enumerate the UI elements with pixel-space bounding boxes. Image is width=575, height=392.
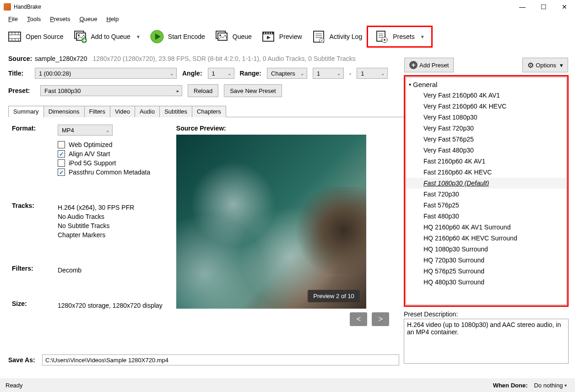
queue-add-icon xyxy=(73,29,87,44)
chevron-down-icon: ▼ xyxy=(136,34,141,39)
presets-group-general[interactable]: ▾ General xyxy=(406,79,566,90)
tab-summary[interactable]: Summary xyxy=(8,106,44,117)
window-controls: — ☐ ✕ xyxy=(512,0,575,14)
svg-rect-0 xyxy=(9,32,21,41)
start-encode-button[interactable]: Start Encode xyxy=(145,27,210,47)
open-source-button[interactable]: Open Source xyxy=(3,27,68,47)
title-label: Title: xyxy=(8,70,29,77)
preset-item[interactable]: Very Fast 480p30 xyxy=(406,145,566,156)
add-to-queue-button[interactable]: Add to Queue ▼ xyxy=(68,27,145,47)
tab-filters[interactable]: Filters xyxy=(84,106,110,117)
size-value: 1280x720 storage, 1280x720 display xyxy=(58,302,163,309)
add-preset-button[interactable]: + Add Preset xyxy=(404,58,454,72)
preset-select[interactable]: Fast 1080p30▸ xyxy=(40,85,182,96)
presets-panel: + Add Preset ⚙ Options ▾ ▾ General Very … xyxy=(404,58,569,365)
when-done-label: When Done: xyxy=(493,382,528,389)
svg-rect-16 xyxy=(218,33,227,40)
size-label: Size: xyxy=(12,300,58,307)
queue-icon xyxy=(214,29,229,44)
save-new-preset-button[interactable]: Save New Preset xyxy=(224,84,282,97)
close-button[interactable]: ✕ xyxy=(554,0,575,14)
chevron-down-icon: ▼ xyxy=(420,34,425,39)
minimize-button[interactable]: — xyxy=(512,0,533,14)
tab-chapters[interactable]: Chapters xyxy=(192,106,226,117)
menu-tools[interactable]: Tools xyxy=(22,15,45,23)
angle-select[interactable]: 1⌄ xyxy=(208,68,234,79)
tracks-list: H.264 (x264), 30 FPS PFRNo Audio TracksN… xyxy=(58,202,163,240)
preset-options-button[interactable]: ⚙ Options ▾ xyxy=(522,58,568,72)
tracks-label: Tracks: xyxy=(12,202,58,209)
tab-audio[interactable]: Audio xyxy=(135,106,160,117)
presets-list[interactable]: ▾ General Very Fast 2160p60 4K AV1Very F… xyxy=(406,77,567,305)
range-to-select[interactable]: 1⌄ xyxy=(357,68,388,79)
svg-rect-22 xyxy=(269,33,270,34)
app-title: HandBrake xyxy=(14,4,41,10)
activity-log-button[interactable]: i Activity Log xyxy=(307,27,367,47)
track-info: No Subtitle Tracks xyxy=(58,222,163,229)
preview-button[interactable]: Preview xyxy=(256,27,307,47)
preset-item[interactable]: HQ 2160p60 4K HEVC Surround xyxy=(406,233,566,244)
preset-item[interactable]: Very Fast 576p25 xyxy=(406,134,566,145)
title-bar: HandBrake — ☐ ✕ xyxy=(0,0,575,14)
chevron-down-icon: ▾ xyxy=(560,62,563,69)
preset-item[interactable]: Fast 480p30 xyxy=(406,211,566,222)
chevron-right-icon: ▸ xyxy=(177,88,179,93)
menu-file[interactable]: File xyxy=(4,15,22,23)
preset-item[interactable]: Very Fast 2160p60 4K HEVC xyxy=(406,101,566,112)
menu-queue[interactable]: Queue xyxy=(75,15,102,23)
range-separator: - xyxy=(349,70,351,77)
plus-icon: + xyxy=(409,61,418,69)
preview-prev-button[interactable]: < xyxy=(350,312,367,326)
web-optimized-checkbox[interactable]: Web Optimized xyxy=(58,141,163,148)
menu-help[interactable]: Help xyxy=(102,15,123,23)
triangle-down-icon: ▾ xyxy=(409,82,411,87)
range-type-select[interactable]: Chapters⌄ xyxy=(267,68,307,79)
range-from-select[interactable]: 1⌄ xyxy=(313,68,344,79)
when-done-select[interactable]: Do nothing ▾ xyxy=(530,380,570,391)
svg-point-36 xyxy=(384,39,385,41)
preset-item[interactable]: HQ 1080p30 Surround xyxy=(406,244,566,255)
preset-description-label: Preset Description: xyxy=(404,310,569,318)
preset-item[interactable]: HQ 720p30 Surround xyxy=(406,255,566,266)
track-info: Chapter Markers xyxy=(58,231,163,239)
reload-button[interactable]: Reload xyxy=(188,84,218,97)
svg-rect-23 xyxy=(271,33,272,34)
preset-item[interactable]: HQ 480p30 Surround xyxy=(406,277,566,288)
preview-badge: Preview 2 of 10 xyxy=(308,290,360,302)
svg-rect-20 xyxy=(264,33,265,34)
filters-value: Decomb xyxy=(58,267,163,274)
menu-presets[interactable]: Presets xyxy=(45,15,75,23)
title-select[interactable]: 1 (00:00:28)⌄ xyxy=(35,68,177,79)
preset-item[interactable]: HQ 576p25 Surround xyxy=(406,266,566,277)
save-as-input[interactable] xyxy=(42,354,399,365)
tab-subtitles[interactable]: Subtitles xyxy=(159,106,192,117)
presets-icon xyxy=(374,29,389,44)
tab-dimensions[interactable]: Dimensions xyxy=(43,106,85,117)
preset-item[interactable]: Fast 2160p60 4K AV1 xyxy=(406,156,566,167)
save-as-label: Save As: xyxy=(8,356,38,364)
format-select[interactable]: MP4⌄ xyxy=(58,125,113,136)
maximize-button[interactable]: ☐ xyxy=(533,0,554,14)
svg-point-11 xyxy=(78,34,80,36)
preview-next-button[interactable]: > xyxy=(372,312,389,326)
preview-icon xyxy=(261,29,276,44)
preset-item[interactable]: Fast 720p30 xyxy=(406,189,566,200)
tab-video[interactable]: Video xyxy=(110,106,135,117)
passthru-checkbox[interactable]: Passthru Common Metadata xyxy=(58,169,163,176)
source-value: sample_1280x720 xyxy=(35,55,87,62)
preset-item[interactable]: Very Fast 2160p60 4K AV1 xyxy=(406,90,566,101)
preset-item[interactable]: Fast 1080p30 (Default) xyxy=(406,178,566,189)
toolbar: Open Source Add to Queue ▼ Start Encode … xyxy=(0,24,575,49)
presets-toolbar-highlight: Presets ▼ xyxy=(367,26,432,48)
preset-item[interactable]: Very Fast 1080p30 xyxy=(406,112,566,123)
preset-item[interactable]: Very Fast 720p30 xyxy=(406,123,566,134)
align-av-checkbox[interactable]: Align A/V Start xyxy=(58,150,163,158)
preset-item[interactable]: HQ 2160p60 4K AV1 Surround xyxy=(406,222,566,233)
queue-button[interactable]: Queue xyxy=(210,27,256,47)
preset-description: H.264 video (up to 1080p30) and AAC ster… xyxy=(404,319,569,364)
preset-item[interactable]: Fast 2160p60 4K HEVC xyxy=(406,167,566,178)
ipod-checkbox[interactable]: iPod 5G Support xyxy=(58,159,163,167)
preset-item[interactable]: Fast 576p25 xyxy=(406,200,566,211)
svg-point-17 xyxy=(219,34,221,36)
presets-button[interactable]: Presets ▼ xyxy=(370,27,429,47)
